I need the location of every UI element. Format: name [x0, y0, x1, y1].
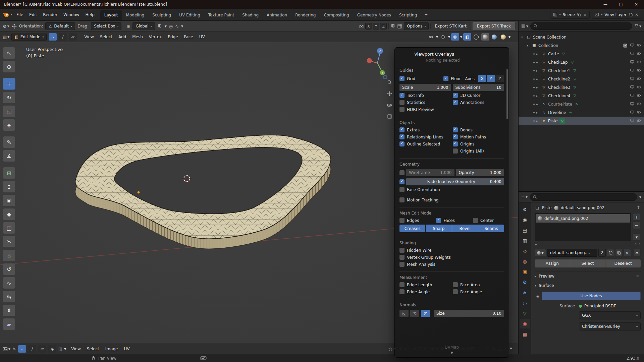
vertex-select-mode-button[interactable]: ∴ — [49, 33, 57, 41]
hide-viewport-icon[interactable] — [630, 60, 634, 65]
menu-item[interactable]: Help — [82, 11, 97, 18]
unlink-scene-icon[interactable]: × — [583, 12, 587, 17]
viewport-editor-icon[interactable]: ▧▾ — [3, 35, 9, 40]
overlay-checkbox[interactable]: Edge Length — [399, 282, 451, 287]
tool-button[interactable]: ◆ — [3, 208, 15, 220]
add-slot-button[interactable]: + — [633, 213, 640, 221]
hide-viewport-icon[interactable] — [630, 43, 634, 48]
properties-tab[interactable]: ◍ — [520, 256, 530, 266]
overlay-checkbox[interactable]: Vertex Group Weights — [399, 255, 504, 260]
pan-icon[interactable] — [387, 91, 392, 97]
grid-scale-slider[interactable]: Scale1.000 — [399, 84, 451, 91]
uv-island-select-icon[interactable]: ◈ — [48, 345, 56, 353]
tool-button[interactable]: ▰ — [3, 318, 15, 330]
face-normals-icon[interactable]: ◸ — [421, 310, 430, 317]
outliner-item[interactable]: ▸ ▽ Carte ▽ — [519, 50, 644, 58]
overlay-checkbox[interactable]: Mesh Analysis — [399, 262, 504, 267]
overlay-checkbox[interactable]: Edges — [399, 218, 434, 223]
overlay-checkbox[interactable]: Motion Paths — [453, 134, 504, 139]
xray-toggle-icon[interactable]: ◧ — [463, 33, 471, 41]
disable-render-icon[interactable] — [637, 60, 641, 65]
pin-id-icon[interactable] — [636, 205, 641, 210]
disable-render-icon[interactable] — [637, 110, 641, 115]
normals-size-slider[interactable]: Size0.10 — [434, 310, 504, 317]
viewport-menu-item[interactable]: Mesh — [129, 33, 146, 41]
material-name-field[interactable]: default_sand.png.... — [547, 249, 597, 257]
gizmo-dropdown-icon[interactable]: ▾ — [448, 35, 450, 39]
motion-tracking-checkbox[interactable]: Motion Tracking — [399, 197, 438, 202]
viewport-menu-item[interactable]: Face — [181, 33, 196, 41]
maximize-button[interactable]: ▢ — [613, 0, 629, 9]
falloff-icon[interactable]: ∿ — [175, 24, 179, 29]
snap-icon[interactable] — [157, 24, 162, 29]
expand-icon[interactable]: ▸ — [536, 86, 540, 89]
wireframe-checkbox[interactable] — [399, 170, 405, 175]
fade-inactive-slider[interactable]: Fade Inactive Geometry0.400 — [406, 178, 504, 185]
expand-icon[interactable]: ▸ — [536, 77, 540, 81]
uv-menu-item[interactable]: View — [68, 345, 84, 353]
outliner-item[interactable]: ▸ ▽ Checkline1 ▽ — [519, 66, 644, 75]
snap-dropdown-icon[interactable]: ▾ — [165, 24, 167, 28]
workspace-tab[interactable]: Rendering — [291, 10, 320, 20]
shading-rendered-icon[interactable] — [499, 33, 507, 41]
uv-face-select-icon[interactable]: ▱ — [38, 345, 46, 353]
distribution-dropdown[interactable]: GGX▾ — [579, 311, 641, 319]
vertex-normals-icon[interactable]: ◺ — [399, 310, 409, 317]
edit-overlay-toggle[interactable]: Bevel — [452, 225, 478, 232]
workspace-tab[interactable]: Sculpting — [148, 10, 175, 20]
scene-collection-row[interactable]: ▾ ▢ Scene Collection — [519, 33, 644, 41]
properties-tab[interactable]: ◌ — [520, 298, 530, 308]
surface-panel-header[interactable]: ▾ Surface — [535, 281, 641, 290]
workspace-tab[interactable]: Compositing — [320, 10, 353, 20]
wireframe-slider[interactable]: Wireframe1.000 — [406, 169, 454, 176]
grease-icon[interactable] — [397, 24, 402, 29]
opacity-slider[interactable]: Opacity1.000 — [456, 169, 504, 176]
properties-tab[interactable]: ⚙ — [520, 277, 530, 287]
properties-tab[interactable]: ◉ — [520, 319, 530, 328]
snap-settings-icon[interactable] — [390, 24, 395, 29]
shading-wireframe-icon[interactable] — [472, 33, 480, 41]
uv-menu-item[interactable]: Select — [84, 345, 102, 353]
view-layer-selector[interactable]: ▾ View Layer × — [592, 11, 641, 19]
overlay-checkbox[interactable]: Hidden Wire — [399, 248, 504, 253]
add-workspace-button[interactable]: + — [421, 10, 431, 19]
overlay-checkbox[interactable]: Face Area — [453, 282, 504, 287]
expand-icon[interactable]: ▸ — [536, 69, 540, 72]
outliner-search-input[interactable] — [530, 22, 632, 30]
popup-scrollbar[interactable] — [506, 69, 508, 119]
uv-menu-item[interactable]: Image — [102, 345, 121, 353]
overlay-checkbox[interactable]: Center — [473, 218, 504, 223]
overlay-checkbox[interactable]: Origins (All) — [453, 148, 504, 154]
editor-type-icon[interactable]: ⚙▾ — [3, 24, 9, 29]
hide-viewport-icon[interactable] — [630, 110, 634, 115]
expand-icon[interactable]: ▸ — [536, 119, 540, 123]
outliner-display-mode-icon[interactable]: ▾ — [521, 24, 528, 28]
outliner-item[interactable]: ▸ ▽ CheckLap ▽ — [519, 58, 644, 66]
tool-button[interactable]: ↺ — [3, 263, 15, 275]
sticky-selection-icon[interactable]: ◫ — [58, 347, 62, 351]
outliner-item[interactable]: ▸ ▽ Checkline2 ▽ — [519, 75, 644, 83]
workspace-tab[interactable]: Modeling — [122, 10, 149, 20]
overlay-checkbox[interactable]: Text Info — [399, 93, 451, 98]
properties-tab[interactable]: ◇ — [520, 246, 530, 256]
workspace-tab[interactable]: Animation — [263, 10, 291, 20]
preview-panel-header[interactable]: ▸ Preview ∷∷ — [535, 272, 641, 280]
tool-button[interactable]: ◈ — [3, 119, 15, 131]
face-orientation-checkbox[interactable]: Face Orientation — [399, 187, 440, 192]
tool-button[interactable]: ∡ — [3, 150, 15, 162]
workspace-tab[interactable]: Shading — [238, 10, 263, 20]
face-select-mode-button[interactable]: ▱ — [69, 33, 77, 41]
uv-edge-select-icon[interactable]: ∕ — [28, 345, 36, 353]
subdivisions-slider[interactable]: Subdivisions10 — [453, 84, 504, 91]
tool-button[interactable]: ◫ — [3, 222, 15, 234]
menu-item[interactable]: File — [13, 11, 26, 18]
disable-render-icon[interactable] — [637, 43, 641, 48]
viewport-menu-item[interactable]: Edge — [165, 33, 181, 41]
overlay-checkbox[interactable]: Origins — [453, 141, 504, 146]
material-slot-row[interactable]: default_sand.png.002 — [536, 214, 630, 223]
tool-button[interactable]: ↥ — [3, 181, 15, 193]
zoom-icon[interactable] — [387, 80, 392, 86]
proportional-edit-icon[interactable]: ◎ — [169, 24, 173, 29]
link-mode-icon[interactable]: ∞ — [633, 249, 641, 256]
pin-image-icon[interactable] — [509, 347, 513, 351]
